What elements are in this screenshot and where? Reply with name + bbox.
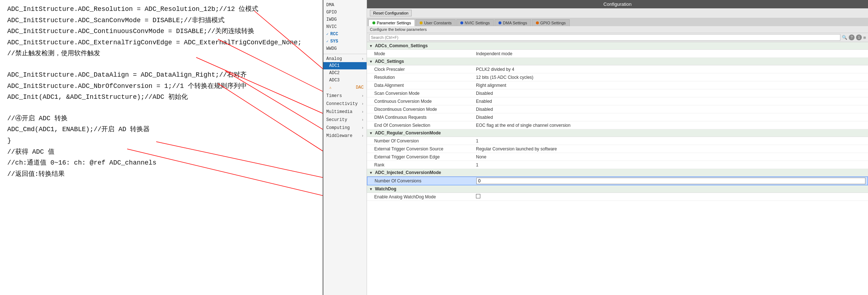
- config-tab-parameter-settings[interactable]: Parameter Settings: [368, 19, 415, 26]
- config-row: Number Of Conversions: [367, 177, 868, 185]
- sidebar-section-timers: Timers›: [323, 91, 367, 99]
- config-value: Disabled: [476, 115, 866, 120]
- sidebar-section-header[interactable]: Analog›: [323, 54, 367, 62]
- sidebar-section-header[interactable]: Computing›: [323, 123, 367, 131]
- sidebar-sub-adc1[interactable]: ADC1: [323, 62, 367, 69]
- code-line: ADC_InitStructure.ADC_ExternalTrigConvEd…: [7, 37, 315, 48]
- config-value: Enabled: [476, 99, 866, 104]
- sidebar-top-item-rcc[interactable]: RCC: [323, 31, 367, 38]
- code-line: ADC_InitStructure.ADC_Resolution = ADC_R…: [7, 4, 315, 15]
- caret-icon: ▼: [369, 44, 373, 48]
- sidebar-section-computing: Computing›: [323, 123, 367, 131]
- sidebar-section-label: Middleware: [326, 133, 352, 138]
- config-value: 1: [476, 138, 866, 144]
- sidebar-sub-adc3[interactable]: ADC3: [323, 77, 367, 84]
- search-icon: 🔍: [842, 35, 847, 40]
- sidebar-top-item-nvic[interactable]: NVIC: [323, 23, 367, 31]
- sidebar-top-item-dma[interactable]: DMA: [323, 1, 367, 9]
- sidebar-sections: Analog›ADC1ADC2ADC3DACTimers›Connectivit…: [323, 54, 367, 139]
- sidebar-top: DMAGPIOIWDGNVICRCCSYSWWDG: [323, 0, 367, 54]
- config-panel: Configuration Reset Configuration Parame…: [367, 0, 868, 295]
- config-value: 12 bits (15 ADC Clock cycles): [476, 75, 866, 80]
- config-tab-nvic-settings[interactable]: NVIC Settings: [456, 19, 494, 26]
- chevron-right-icon: ›: [362, 57, 364, 61]
- config-key: Continuous Conversion Mode: [374, 99, 476, 104]
- info-icon-2[interactable]: i: [856, 35, 862, 40]
- config-tabs: Parameter SettingsUser ConstantsNVIC Set…: [367, 18, 868, 26]
- config-row: End Of Conversion SelectionEOC flag at t…: [367, 121, 868, 129]
- sidebar-section-header[interactable]: Middleware›: [323, 131, 367, 139]
- search-input[interactable]: [369, 34, 840, 41]
- config-tab-dma-settings[interactable]: DMA Settings: [494, 19, 531, 26]
- code-line: ADC_Init(ADC1, &ADC_InitStructure);//ADC…: [7, 92, 315, 103]
- code-line: ADC_InitStructure.ADC_DataAlign = ADC_Da…: [7, 69, 315, 81]
- tab-label: GPIO Settings: [540, 21, 566, 25]
- info-icon[interactable]: ?: [849, 35, 855, 40]
- sidebar-section-header[interactable]: Multimedia›: [323, 107, 367, 115]
- code-line: //④开启 ADC 转换: [7, 113, 315, 124]
- expand-icon[interactable]: ⊞: [863, 35, 866, 40]
- config-row: Clock PrescalerPCLK2 divided by 4: [367, 65, 868, 73]
- code-line: [7, 59, 315, 69]
- editable-input[interactable]: [478, 178, 500, 183]
- config-row: Number Of Conversion1: [367, 137, 868, 145]
- config-key: DMA Continuous Requests: [374, 115, 476, 120]
- sidebar-section-header[interactable]: Security›: [323, 115, 367, 123]
- config-group-header[interactable]: ▼ADC_Settings: [367, 58, 868, 65]
- config-key: Resolution: [374, 75, 476, 80]
- caret-icon: ▼: [369, 60, 373, 64]
- checkbox[interactable]: [476, 194, 480, 198]
- sidebar-top-item-wwdg[interactable]: WWDG: [323, 45, 367, 52]
- caret-icon: ▼: [369, 131, 373, 135]
- code-line: }: [7, 135, 315, 146]
- chevron-right-icon: ›: [362, 110, 364, 114]
- sidebar-section-header[interactable]: Connectivity›: [323, 99, 367, 107]
- config-hint: Configure the below parameters: [367, 26, 868, 33]
- sidebar-section-label: Connectivity: [326, 101, 358, 106]
- group-label: ADC_Settings: [375, 59, 404, 64]
- chevron-right-icon: ›: [362, 126, 364, 130]
- config-tab-gpio-settings[interactable]: GPIO Settings: [532, 19, 570, 26]
- sidebar-section-multimedia: Multimedia›: [323, 107, 367, 115]
- chevron-right-icon: ›: [362, 102, 364, 106]
- sidebar-top-item-iwdg[interactable]: IWDG: [323, 16, 367, 23]
- config-row: Rank1: [367, 161, 868, 169]
- config-value[interactable]: [476, 178, 865, 184]
- reset-config-button[interactable]: Reset Configuration: [370, 10, 412, 16]
- sidebar-top-items: DMAGPIOIWDGNVICRCCSYSWWDG: [323, 1, 367, 52]
- sidebar-section-connectivity: Connectivity›: [323, 99, 367, 107]
- config-tab-user-constants[interactable]: User Constants: [416, 19, 456, 26]
- config-group-header[interactable]: ▼ADC_Regular_ConversionMode: [367, 129, 868, 137]
- config-value[interactable]: [476, 194, 482, 199]
- config-value: 1: [476, 162, 866, 167]
- config-group-header[interactable]: ▼ADCs_Common_Settings: [367, 42, 868, 50]
- chevron-right-icon: ›: [362, 134, 364, 138]
- sidebar-section-header[interactable]: Timers›: [323, 91, 367, 99]
- sidebar-sub-dac[interactable]: DAC: [323, 84, 367, 91]
- code-line: ADC_Cmd(ADC1, ENABLE);//开启 AD 转换器: [7, 124, 315, 135]
- sidebar-top-item-sys[interactable]: SYS: [323, 38, 367, 45]
- config-key: Rank: [374, 162, 476, 167]
- config-key: Discontinuous Conversion Mode: [374, 107, 476, 112]
- tab-label: DMA Settings: [503, 21, 527, 25]
- config-row: Discontinuous Conversion ModeDisabled: [367, 105, 868, 113]
- sidebar-sub-adc2[interactable]: ADC2: [323, 69, 367, 77]
- code-panel: ADC_InitStructure.ADC_Resolution = ADC_R…: [0, 0, 323, 295]
- config-key: Data Alignment: [374, 83, 476, 88]
- config-group-header[interactable]: ▼ADC_Injected_ConversionMode: [367, 169, 868, 177]
- sidebar-top-item-gpio[interactable]: GPIO: [323, 9, 367, 16]
- config-key: Number Of Conversions: [375, 178, 476, 183]
- config-body: ▼ADCs_Common_SettingsModeIndependent mod…: [367, 42, 868, 295]
- sidebar-section-label: Analog: [326, 56, 342, 61]
- config-value: Regular Conversion launched by software: [476, 146, 866, 151]
- config-key: Clock Prescaler: [374, 67, 476, 72]
- sidebar: DMAGPIOIWDGNVICRCCSYSWWDG Analog›ADC1ADC…: [323, 0, 367, 295]
- group-label: ADC_Injected_ConversionMode: [375, 170, 441, 175]
- config-row: DMA Continuous RequestsDisabled: [367, 113, 868, 121]
- sidebar-section-label: Timers: [326, 93, 342, 98]
- config-row: External Trigger Conversion SourceRegula…: [367, 145, 868, 153]
- config-group-header[interactable]: ▼WatchDog: [367, 185, 868, 193]
- sidebar-section-middleware: Middleware›: [323, 131, 367, 139]
- code-lines: ADC_InitStructure.ADC_Resolution = ADC_R…: [7, 4, 315, 179]
- tab-dot: [498, 21, 501, 24]
